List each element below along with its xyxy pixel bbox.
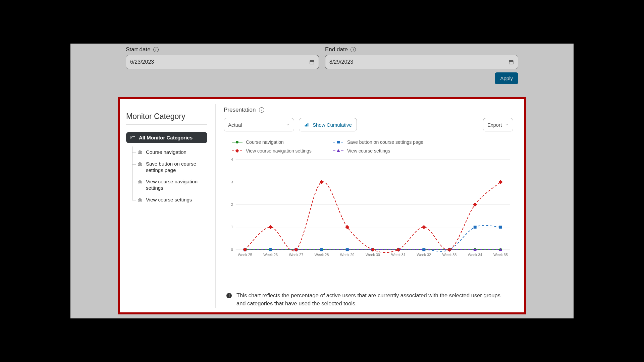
svg-rect-83 <box>474 226 477 229</box>
info-icon[interactable]: i <box>351 47 356 52</box>
svg-text:Week 32: Week 32 <box>417 253 431 257</box>
monitor-panel: Monitor Category All Monitor Categories … <box>118 97 526 314</box>
calendar-icon <box>309 59 315 65</box>
legend-label: Save button on course settings page <box>347 139 423 145</box>
sidebar-item-label: Course navigation <box>146 149 186 156</box>
svg-rect-8 <box>138 152 139 154</box>
legend-swatch <box>232 148 243 153</box>
svg-text:Week 31: Week 31 <box>391 253 406 257</box>
svg-text:Week 34: Week 34 <box>468 253 482 257</box>
svg-rect-92 <box>422 225 426 229</box>
svg-rect-13 <box>141 163 142 165</box>
chart-note: ! This chart reflects the percentage of … <box>224 286 513 308</box>
legend-swatch <box>333 140 344 144</box>
svg-text:Week 30: Week 30 <box>366 253 380 257</box>
presentation-mode-value: Actual <box>228 122 242 128</box>
show-cumulative-label: Show Cumulative <box>313 122 352 128</box>
sidebar-item-label: Save button on course settings page <box>146 161 205 174</box>
presentation-mode-select[interactable]: Actual <box>224 118 294 131</box>
info-icon[interactable]: i <box>153 47 159 52</box>
monitor-category-sidebar: Monitor Category All Monitor Categories … <box>120 104 216 308</box>
export-button[interactable]: Export <box>483 118 513 131</box>
end-date-input[interactable]: 8/29/2023 <box>325 55 518 69</box>
chart-note-text: This chart reflects the percentage of ac… <box>236 292 511 308</box>
svg-text:Week 26: Week 26 <box>263 253 278 257</box>
svg-rect-18 <box>140 198 140 201</box>
date-filters: Start date i 6/23/2023 End date i 8/29/2… <box>70 44 574 69</box>
sidebar-item[interactable]: Save button on course settings page <box>132 158 207 176</box>
svg-rect-17 <box>138 199 139 201</box>
svg-text:Week 28: Week 28 <box>315 253 329 257</box>
chevron-down-icon <box>286 123 290 127</box>
svg-rect-75 <box>269 248 272 251</box>
legend-item[interactable]: Save button on course settings page <box>333 139 434 145</box>
svg-rect-11 <box>138 164 139 166</box>
sidebar-title: Monitor Category <box>126 112 207 125</box>
line-chart: 01234Week 25Week 26Week 27Week 28Week 29… <box>228 158 513 258</box>
start-date-label-text: Start date <box>126 46 151 53</box>
bar-chart-icon <box>304 122 309 127</box>
svg-rect-86 <box>268 225 273 229</box>
legend-label: View course settings <box>347 148 390 154</box>
start-date-label: Start date i <box>126 44 319 53</box>
svg-rect-84 <box>499 226 502 229</box>
info-icon[interactable]: i <box>259 107 264 113</box>
sidebar-item-label: View course settings <box>146 197 192 203</box>
bar-chart-icon <box>137 150 143 155</box>
sidebar-item[interactable]: View course navigation settings <box>132 176 207 194</box>
folder-open-icon <box>130 135 136 140</box>
svg-text:Week 33: Week 33 <box>442 253 457 257</box>
svg-rect-21 <box>306 124 307 126</box>
svg-rect-0 <box>310 60 314 64</box>
chart-legend: Course navigationSave button on course s… <box>224 139 513 154</box>
sidebar-item[interactable]: View course settings <box>132 194 207 206</box>
legend-label: View course navigation settings <box>246 148 312 154</box>
svg-rect-4 <box>509 60 513 64</box>
svg-rect-81 <box>422 248 425 251</box>
svg-text:Week 27: Week 27 <box>289 253 303 257</box>
end-date-label: End date i <box>325 44 518 53</box>
svg-rect-14 <box>138 181 139 183</box>
svg-text:1: 1 <box>231 225 233 229</box>
svg-text:3: 3 <box>231 180 233 184</box>
svg-rect-16 <box>141 181 142 183</box>
svg-rect-9 <box>140 150 140 154</box>
legend-item[interactable]: View course navigation settings <box>232 148 326 154</box>
svg-text:Week 25: Week 25 <box>238 253 252 257</box>
presentation-label: Presentation <box>224 107 256 113</box>
end-date-label-text: End date <box>325 46 348 53</box>
legend-label: Course navigation <box>246 139 284 145</box>
sidebar-item[interactable]: Course navigation <box>132 146 207 158</box>
bar-chart-icon <box>137 197 143 202</box>
svg-rect-28 <box>235 149 239 153</box>
legend-item[interactable]: Course navigation <box>232 139 326 145</box>
svg-rect-15 <box>140 180 140 183</box>
export-label: Export <box>487 122 502 128</box>
svg-rect-19 <box>141 199 142 201</box>
svg-text:4: 4 <box>231 158 233 162</box>
bar-chart-icon <box>137 179 143 184</box>
svg-text:0: 0 <box>231 248 233 252</box>
svg-text:2: 2 <box>231 202 233 206</box>
legend-item[interactable]: View course settings <box>333 148 434 154</box>
svg-rect-94 <box>473 202 477 206</box>
show-cumulative-button[interactable]: Show Cumulative <box>299 118 357 131</box>
svg-rect-20 <box>305 125 306 126</box>
end-date-value: 8/29/2023 <box>329 59 353 65</box>
calendar-icon <box>508 59 514 65</box>
sidebar-root-label: All Monitor Categories <box>139 135 193 140</box>
svg-text:Week 35: Week 35 <box>493 253 508 257</box>
sidebar-item-all-categories[interactable]: All Monitor Categories <box>126 132 207 143</box>
svg-rect-10 <box>141 152 142 154</box>
apply-button[interactable]: Apply <box>495 72 518 84</box>
svg-rect-77 <box>320 248 323 251</box>
alert-icon: ! <box>226 293 232 298</box>
svg-point-24 <box>236 141 238 143</box>
legend-swatch <box>333 148 344 153</box>
svg-rect-78 <box>346 248 349 251</box>
bar-chart-icon <box>137 162 143 166</box>
start-date-input[interactable]: 6/23/2023 <box>126 55 319 69</box>
chevron-down-icon <box>505 123 509 127</box>
chart-section: Presentation i Actual Show Cumulative <box>216 104 524 308</box>
sidebar-item-label: View course navigation settings <box>146 179 205 191</box>
